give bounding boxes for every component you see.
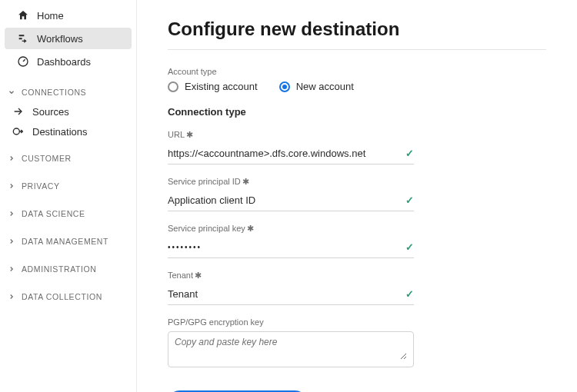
- check-icon: ✓: [405, 288, 414, 300]
- nav-group-label: CUSTOMER: [22, 154, 72, 163]
- sources-icon: [12, 105, 25, 118]
- nav-sources[interactable]: Sources: [0, 101, 136, 121]
- radio-new-account[interactable]: New account: [279, 81, 354, 92]
- account-type-radio-group: Existing account New account: [168, 81, 546, 92]
- pgp-label: PGP/GPG encryption key: [168, 317, 414, 327]
- chevron-down-icon: [8, 88, 15, 96]
- nav-group-administration[interactable]: ADMINISTRATION: [0, 258, 136, 280]
- home-icon: [17, 9, 29, 22]
- page-title: Configure new destination: [168, 18, 546, 50]
- nav-workflows[interactable]: Workflows: [5, 28, 132, 49]
- nav-group-label: ADMINISTRATION: [22, 264, 96, 274]
- nav-group-label: DATA SCIENCE: [22, 209, 85, 218]
- spid-label: Service principal ID✱: [168, 177, 414, 187]
- radio-label: New account: [296, 81, 354, 92]
- nav-group-label: DATA MANAGEMENT: [22, 237, 108, 246]
- chevron-right-icon: [8, 238, 15, 245]
- nav-label: Sources: [32, 106, 69, 118]
- service-principal-key-input[interactable]: [168, 243, 405, 251]
- destinations-icon: [12, 125, 25, 138]
- chevron-right-icon: [8, 265, 15, 273]
- chevron-right-icon: [8, 210, 15, 218]
- nav-group-customer[interactable]: CUSTOMER: [0, 148, 136, 169]
- nav-group-privacy[interactable]: PRIVACY: [0, 175, 136, 197]
- radio-existing-account[interactable]: Existing account: [168, 81, 258, 92]
- service-principal-id-field: Service principal ID✱ ✓: [168, 177, 414, 211]
- chevron-right-icon: [8, 293, 15, 301]
- url-label: URL✱: [168, 130, 414, 140]
- tenant-field: Tenant✱ ✓: [168, 271, 414, 305]
- nav-group-connections[interactable]: CONNECTIONS: [0, 83, 136, 101]
- sidebar: Home Workflows Dashboards CONNECTIONS So…: [0, 0, 137, 392]
- url-input[interactable]: [168, 148, 405, 159]
- chevron-right-icon: [8, 182, 15, 190]
- svg-point-1: [13, 128, 19, 135]
- chevron-right-icon: [8, 154, 15, 162]
- connection-type-heading: Connection type: [168, 106, 546, 118]
- nav-group-data-collection[interactable]: DATA COLLECTION: [0, 286, 136, 307]
- nav-label: Dashboards: [37, 56, 91, 68]
- spkey-label: Service principal key✱: [168, 224, 414, 234]
- tenant-label: Tenant✱: [168, 271, 414, 281]
- radio-label: Existing account: [185, 81, 258, 92]
- url-field: URL✱ ✓: [168, 130, 414, 164]
- nav-group-label: PRIVACY: [22, 181, 60, 191]
- check-icon: ✓: [405, 241, 414, 253]
- main-content: Configure new destination Account type E…: [137, 0, 577, 392]
- pgp-key-field: PGP/GPG encryption key: [168, 317, 414, 367]
- account-type-label: Account type: [168, 67, 546, 76]
- nav-group-label: DATA COLLECTION: [22, 292, 102, 301]
- nav-label: Destinations: [32, 126, 88, 138]
- radio-icon: [168, 81, 178, 92]
- check-icon: ✓: [405, 194, 414, 206]
- nav-destinations[interactable]: Destinations: [0, 121, 136, 141]
- tenant-input[interactable]: [168, 288, 405, 300]
- nav-dashboards[interactable]: Dashboards: [5, 51, 132, 72]
- nav-label: Workflows: [37, 33, 83, 45]
- radio-icon: [279, 81, 290, 92]
- check-icon: ✓: [405, 148, 414, 159]
- workflows-icon: [17, 32, 29, 45]
- nav-group-label: CONNECTIONS: [22, 88, 86, 97]
- pgp-key-textarea[interactable]: [175, 337, 407, 360]
- nav-label: Home: [37, 10, 64, 22]
- service-principal-key-field: Service principal key✱ ✓: [168, 224, 414, 258]
- dashboards-icon: [17, 55, 29, 68]
- nav-group-data-management[interactable]: DATA MANAGEMENT: [0, 231, 136, 252]
- nav-home[interactable]: Home: [5, 5, 132, 26]
- nav-group-data-science[interactable]: DATA SCIENCE: [0, 203, 136, 224]
- service-principal-id-input[interactable]: [168, 194, 405, 206]
